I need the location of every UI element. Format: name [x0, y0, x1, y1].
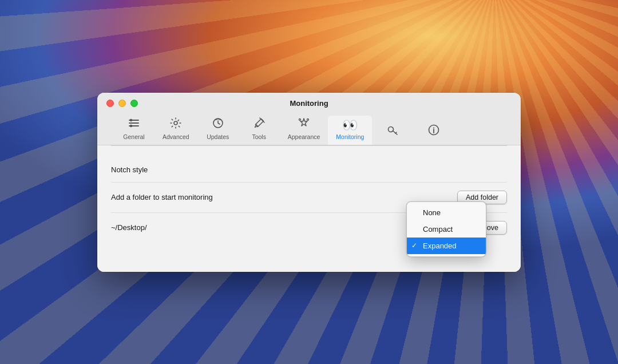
dropdown-expanded-label: Expanded: [423, 242, 457, 250]
info-icon: [427, 124, 440, 139]
minimize-button[interactable]: [118, 100, 126, 107]
appearance-icon: [298, 117, 310, 132]
tab-tools[interactable]: Tools: [239, 113, 280, 145]
monitoring-icon: 👀: [342, 119, 358, 132]
svg-point-8: [307, 118, 309, 120]
tab-monitoring-label: Monitoring: [336, 133, 364, 140]
tab-key[interactable]: [372, 120, 413, 145]
close-button[interactable]: [106, 100, 114, 107]
key-icon: [386, 124, 399, 139]
dropdown-option-expanded[interactable]: ✓ Expanded: [407, 238, 486, 254]
tab-advanced-label: Advanced: [163, 133, 189, 140]
dropdown-compact-label: Compact: [423, 225, 453, 234]
tab-advanced[interactable]: Advanced: [154, 113, 197, 145]
notch-style-dropdown: None Compact ✓ Expanded: [406, 201, 486, 257]
tab-appearance[interactable]: Appearance: [280, 113, 328, 145]
tab-general[interactable]: General: [113, 113, 154, 145]
add-folder-label: Add a folder to start monitoring: [111, 193, 213, 201]
tab-general-label: General: [123, 133, 144, 140]
svg-point-13: [433, 127, 434, 128]
tab-monitoring[interactable]: 👀 Monitoring: [328, 116, 372, 145]
updates-icon: [212, 117, 224, 132]
toolbar: General Advanced: [106, 113, 512, 145]
titlebar: Monitoring General: [97, 93, 521, 145]
tab-info[interactable]: [413, 120, 454, 145]
general-icon: [128, 117, 140, 132]
maximize-button[interactable]: [130, 100, 138, 107]
notch-style-row: Notch style: [111, 157, 507, 183]
desktop-path-label: ~/Desktop/: [111, 223, 147, 232]
tab-updates[interactable]: Updates: [197, 113, 239, 145]
notch-style-label: Notch style: [111, 165, 148, 174]
dropdown-option-compact[interactable]: Compact: [407, 221, 486, 238]
tab-updates-label: Updates: [207, 133, 229, 140]
tab-tools-label: Tools: [252, 133, 266, 140]
dropdown-option-none[interactable]: None: [407, 204, 486, 221]
checkmark-icon: ✓: [411, 242, 417, 250]
app-window: Monitoring General: [97, 93, 521, 272]
window-title: Monitoring: [106, 99, 512, 108]
tab-appearance-label: Appearance: [288, 133, 320, 140]
svg-point-9: [299, 118, 301, 120]
dropdown-none-label: None: [423, 208, 441, 217]
tools-icon: [253, 117, 266, 132]
svg-point-6: [174, 121, 177, 125]
advanced-icon: [169, 117, 182, 132]
